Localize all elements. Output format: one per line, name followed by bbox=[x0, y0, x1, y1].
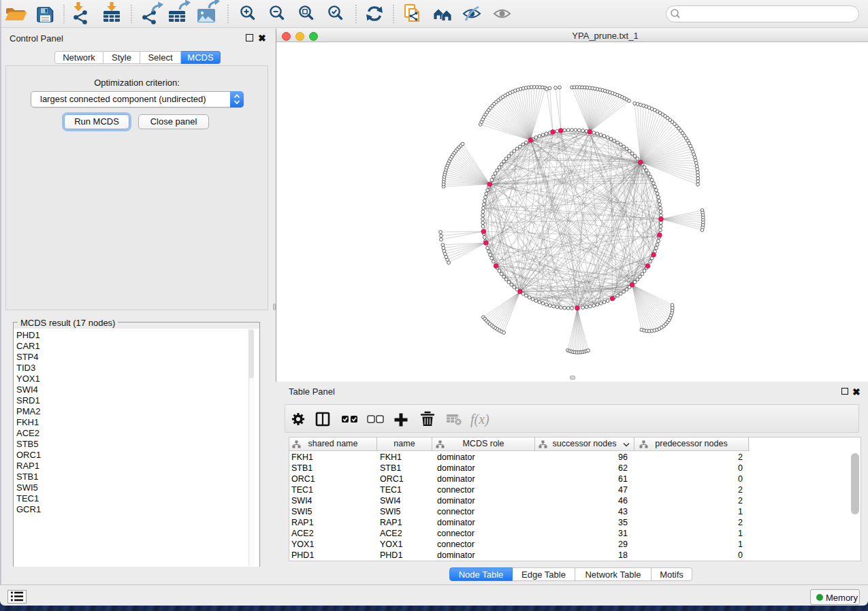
svg-text:f(x): f(x) bbox=[470, 412, 489, 427]
